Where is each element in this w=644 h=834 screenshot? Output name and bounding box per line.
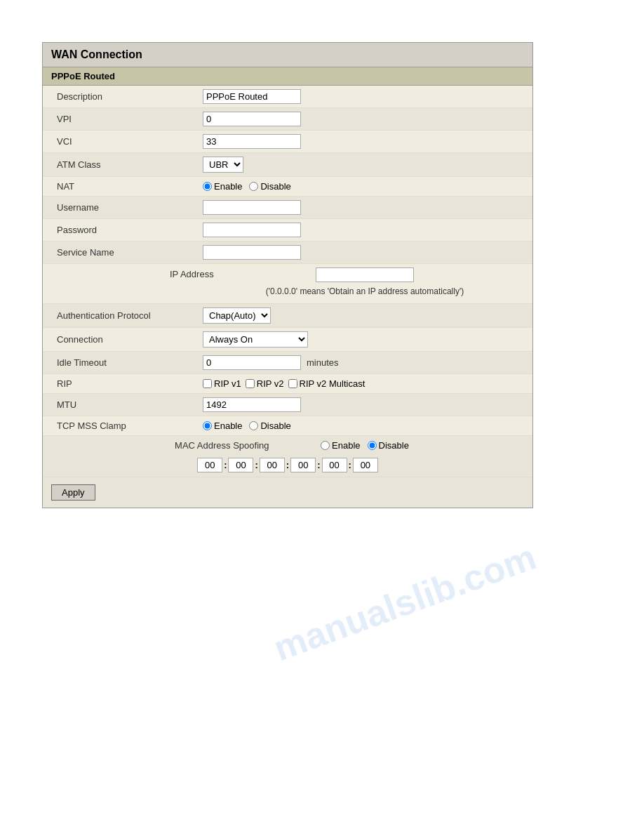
mac-field-1[interactable] (197, 458, 222, 472)
rip-v2-multicast-label[interactable]: RIP v2 Multicast (288, 378, 365, 389)
idle-timeout-unit: minutes (307, 357, 339, 368)
idle-timeout-row: Idle Timeout minutes (43, 352, 532, 374)
idle-timeout-label: Idle Timeout (43, 353, 197, 372)
password-value-cell (197, 219, 532, 241)
auth-protocol-row: Authentication Protocol Chap(Auto) PAP C… (43, 304, 532, 328)
nat-enable-text: Enable (214, 181, 242, 192)
nat-enable-label[interactable]: Enable (203, 181, 242, 192)
mac-enable-label[interactable]: Enable (321, 440, 360, 451)
connection-value-cell: Always On Connect on Demand Manual (197, 328, 532, 351)
section-header: PPPoE Routed (43, 67, 532, 86)
tcp-mss-enable-text: Enable (214, 421, 242, 431)
description-value-cell (197, 86, 532, 107)
nat-disable-text: Disable (260, 181, 290, 192)
rip-v2-text: RIP v2 (257, 378, 284, 389)
ip-address-value-cell (310, 264, 420, 284)
tcp-mss-disable-radio[interactable] (249, 421, 258, 430)
service-name-label: Service Name (43, 243, 197, 262)
atm-class-value-cell: UBR CBR VBR (197, 153, 532, 176)
mac-field-6[interactable] (353, 458, 378, 472)
vpi-row: VPI (43, 108, 532, 131)
password-input[interactable] (203, 223, 301, 237)
username-row: Username (43, 197, 532, 219)
tcp-mss-enable-label[interactable]: Enable (203, 421, 242, 431)
username-value-cell (197, 197, 532, 218)
apply-row: Apply (43, 477, 532, 508)
ip-address-input[interactable] (316, 267, 414, 282)
mac-sep-4: : (317, 460, 320, 470)
nat-enable-radio[interactable] (203, 182, 212, 191)
tcp-mss-disable-label[interactable]: Disable (249, 421, 290, 431)
mac-disable-radio[interactable] (368, 441, 377, 450)
rip-v1-label[interactable]: RIP v1 (203, 378, 241, 389)
nat-disable-radio[interactable] (249, 182, 258, 191)
mac-field-3[interactable] (260, 458, 285, 472)
vci-value-cell (197, 131, 532, 152)
rip-value-cell: RIP v1 RIP v2 RIP v2 Multicast (197, 375, 532, 392)
rip-checkbox-group: RIP v1 RIP v2 RIP v2 Multicast (203, 378, 365, 389)
mtu-input[interactable] (203, 397, 301, 412)
nat-radio-group: Enable Disable (203, 181, 291, 192)
auth-protocol-select[interactable]: Chap(Auto) PAP CHAP (203, 307, 271, 324)
connection-select[interactable]: Always On Connect on Demand Manual (203, 331, 308, 348)
wan-connection-panel: WAN Connection PPPoE Routed Description … (42, 42, 533, 508)
atm-class-select[interactable]: UBR CBR VBR (203, 157, 243, 173)
username-label: Username (43, 198, 197, 217)
ip-address-label: IP Address (156, 265, 310, 284)
ip-address-note: ('0.0.0.0' means 'Obtain an IP address a… (260, 285, 469, 299)
idle-timeout-value-cell: minutes (197, 352, 532, 373)
tcp-mss-enable-radio[interactable] (203, 421, 212, 430)
mac-disable-label[interactable]: Disable (368, 440, 409, 451)
service-name-row: Service Name (43, 241, 532, 264)
mtu-label: MTU (43, 395, 197, 414)
rip-v2-multicast-checkbox[interactable] (288, 379, 297, 388)
password-row: Password (43, 219, 532, 241)
mac-sep-3: : (286, 460, 289, 470)
rip-v1-checkbox[interactable] (203, 379, 212, 388)
idle-timeout-input[interactable] (203, 355, 301, 370)
auth-protocol-value-cell: Chap(Auto) PAP CHAP (197, 304, 532, 327)
ip-address-row: IP Address ('0.0.0.0' means 'Obtain an I… (43, 264, 532, 304)
rip-v2-checkbox[interactable] (246, 379, 255, 388)
tcp-mss-disable-text: Disable (260, 421, 290, 431)
mtu-value-cell (197, 394, 532, 416)
vci-row: VCI (43, 131, 532, 153)
atm-class-label: ATM Class (43, 155, 197, 174)
description-input[interactable] (203, 89, 301, 104)
tcp-mss-radio-group: Enable Disable (203, 421, 291, 431)
description-label: Description (43, 87, 197, 106)
vpi-value-cell (197, 108, 532, 130)
vci-label: VCI (43, 132, 197, 151)
rip-v2-multicast-text: RIP v2 Multicast (300, 378, 365, 389)
mac-spoofing-radio-cell: Enable Disable (315, 437, 415, 454)
service-name-value-cell (197, 241, 532, 263)
vci-input[interactable] (203, 134, 301, 149)
mac-field-4[interactable] (290, 458, 316, 472)
mac-field-2[interactable] (228, 458, 253, 472)
description-row: Description (43, 86, 532, 108)
nat-disable-label[interactable]: Disable (249, 181, 290, 192)
tcp-mss-label: TCP MSS Clamp (43, 416, 197, 435)
tcp-mss-row: TCP MSS Clamp Enable Disable (43, 416, 532, 436)
mac-enable-radio[interactable] (321, 441, 330, 450)
rip-v2-label[interactable]: RIP v2 (246, 378, 284, 389)
mac-spoofing-label: MAC Address Spoofing (161, 436, 315, 455)
connection-label: Connection (43, 330, 197, 349)
mac-inputs-row: : : : : : (192, 455, 384, 477)
mtu-row: MTU (43, 394, 532, 416)
rip-label: RIP (43, 374, 197, 393)
rip-v1-text: RIP v1 (214, 378, 241, 389)
nat-value-cell: Enable Disable (197, 178, 532, 195)
vpi-input[interactable] (203, 112, 301, 126)
service-name-input[interactable] (203, 245, 301, 260)
mac-field-5[interactable] (322, 458, 347, 472)
nat-label: NAT (43, 177, 197, 196)
tcp-mss-value-cell: Enable Disable (197, 417, 532, 435)
mac-spoofing-row: MAC Address Spoofing Enable Disable (43, 436, 532, 477)
username-input[interactable] (203, 200, 301, 215)
mac-sep-2: : (255, 460, 257, 470)
mac-enable-text: Enable (332, 440, 360, 451)
apply-button[interactable]: Apply (51, 484, 95, 501)
mac-sep-1: : (224, 460, 227, 470)
vpi-label: VPI (43, 110, 197, 128)
